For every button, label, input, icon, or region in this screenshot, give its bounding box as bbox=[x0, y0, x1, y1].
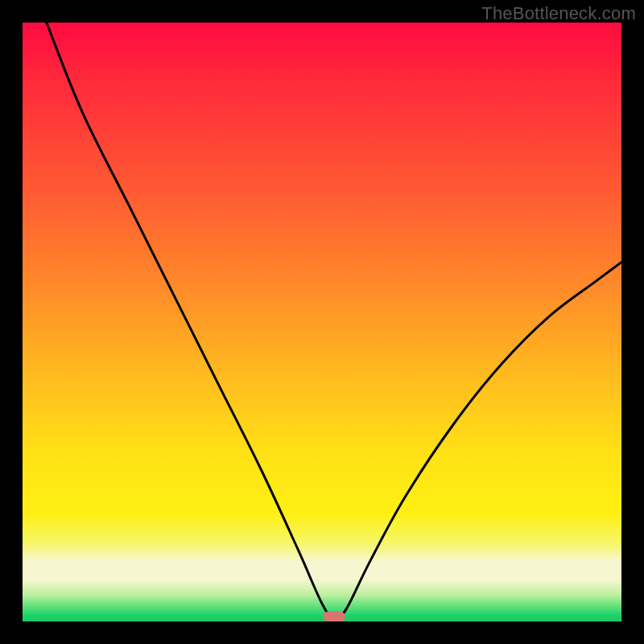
bottleneck-curve bbox=[23, 23, 621, 621]
curve-path bbox=[47, 23, 621, 619]
watermark-text: TheBottleneck.com bbox=[481, 3, 636, 24]
optimal-marker bbox=[323, 612, 345, 621]
chart-frame: TheBottleneck.com bbox=[0, 0, 644, 644]
plot-area bbox=[23, 23, 621, 621]
